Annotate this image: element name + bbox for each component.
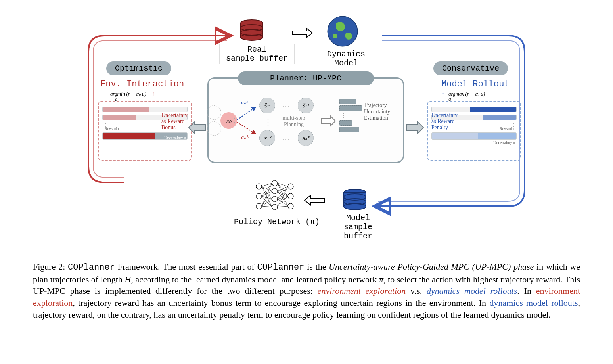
svg-line-8	[234, 112, 235, 119]
node-sH1: s̃ₕ¹	[298, 98, 314, 113]
node-s11: s̃₁¹	[259, 98, 275, 113]
svg-point-18	[272, 180, 278, 186]
arrow-planner-to-rollout	[405, 121, 425, 134]
up-mpc-phase: Uncertainty-aware Policy-Guided MPC (UP-…	[329, 262, 534, 272]
figure-caption: Figure 2: COPlanner Framework. The most …	[33, 261, 580, 320]
coplanner-name-1: COPlanner	[68, 262, 115, 272]
trajectory-label: Trajectory Uncertainty Estimation	[364, 102, 402, 121]
svg-line-7	[237, 122, 256, 134]
svg-line-47	[278, 196, 288, 207]
policy-network-icon	[253, 178, 297, 214]
svg-point-15	[256, 184, 262, 189]
env-exploration-1: environment exploration	[318, 286, 406, 296]
env-argmin: argmin (r + αₒ u) ↑ a	[110, 90, 155, 102]
node-ghost-1	[207, 105, 221, 120]
env-uncertainty-box: ⋮ Reward r Uncertainty u Uncertainty as …	[98, 101, 192, 161]
arrow-to-trajectory	[320, 115, 337, 127]
figure-2: Real sample buffer Dynamics Model Optimi…	[33, 8, 580, 320]
model-rollout-title: Model Rollout	[441, 79, 510, 89]
svg-line-40	[278, 186, 288, 191]
svg-line-41	[278, 191, 288, 196]
node-s1k: s̃₁ᵏ	[259, 130, 275, 146]
svg-point-23	[288, 193, 293, 199]
real-sample-buffer-icon	[239, 19, 264, 43]
svg-line-43	[278, 186, 288, 199]
planner-header: Planner: UP-MPC	[238, 71, 374, 85]
rollout-uncertainty-box: Uncertainty as Reward Penalty ⋮ Reward r…	[427, 101, 521, 161]
dynamics-rollouts-2: dynamics model rollouts	[489, 298, 578, 308]
svg-point-5	[328, 16, 357, 46]
planner-box: Planner: UP-MPC s₀ a₀¹ a₀ᵏ	[207, 77, 404, 163]
svg-line-9	[234, 122, 235, 129]
arrow-real-to-dynamics	[291, 27, 314, 39]
svg-line-26	[262, 186, 272, 191]
svg-line-37	[278, 183, 288, 186]
svg-line-25	[262, 183, 272, 186]
env-interaction-title: Env. Interaction	[100, 79, 184, 89]
svg-line-48	[278, 206, 288, 207]
conservative-tag: Conservative	[433, 61, 508, 75]
diagram-canvas: Real sample buffer Dynamics Model Optimi…	[33, 8, 580, 254]
fig-number: Figure 2:	[33, 262, 65, 272]
policy-network-label: Policy Network (π)	[231, 217, 322, 226]
dynamics-model-label: Dynamics Model	[314, 50, 378, 68]
rollout-argmax: ↑ argmax (r − α꜀ u) a	[441, 90, 485, 102]
svg-point-20	[272, 196, 278, 202]
svg-line-27	[262, 186, 272, 199]
node-ghost-2	[207, 121, 221, 136]
model-sample-buffer-label: Model sample buffer	[328, 213, 388, 241]
trajectory-bars: ⋮	[339, 98, 363, 134]
model-sample-buffer-icon	[342, 188, 368, 213]
optimistic-tag: Optimistic	[106, 61, 171, 75]
dynamics-rollouts-1: dynamics model rollouts	[427, 286, 517, 296]
svg-point-17	[256, 203, 262, 209]
arrow-model-to-policy	[303, 194, 326, 206]
svg-point-22	[288, 184, 293, 189]
planner-action-arrows	[234, 103, 262, 139]
svg-line-30	[262, 191, 272, 196]
node-sHk: s̃ₕᵏ	[298, 130, 314, 146]
coplanner-name-2: COPlanner	[257, 262, 305, 272]
svg-line-32	[262, 196, 272, 207]
svg-line-6	[237, 107, 256, 120]
svg-point-24	[288, 203, 293, 209]
svg-point-19	[272, 188, 278, 194]
multi-step-label: multi-step Planning	[274, 115, 314, 128]
svg-point-21	[272, 204, 278, 210]
arrow-planner-to-env	[188, 121, 207, 134]
svg-point-16	[256, 193, 262, 199]
dynamics-model-icon	[326, 15, 359, 48]
svg-line-36	[262, 206, 272, 207]
real-sample-buffer-label: Real sample buffer	[219, 44, 295, 64]
